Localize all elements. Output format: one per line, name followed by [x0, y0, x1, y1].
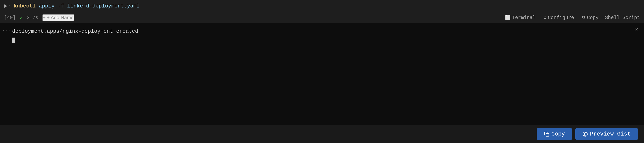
copy-label-bottom: Copy [551, 131, 565, 137]
preview-gist-label: Preview Gist [590, 131, 631, 137]
cursor-block [12, 38, 15, 43]
output-area: ... deployment.apps/nginx-deployment cre… [0, 23, 644, 125]
output-line-2 [12, 36, 638, 44]
file-argument: linkerd-deployment.yaml [67, 3, 140, 9]
copy-icon-top: ⧉ [582, 15, 586, 20]
copy-icon-bottom [544, 132, 549, 137]
terminal-icon: ⬜ [505, 15, 510, 20]
preview-gist-button[interactable]: Preview Gist [575, 128, 638, 140]
configure-label: Configure [548, 15, 574, 20]
copy-button-bottom[interactable]: Copy [537, 128, 572, 140]
status-bar: [40] ✓ 2.7s + + Add Name ⬜ Terminal ⚙ Co… [0, 12, 644, 23]
close-button[interactable]: × [633, 26, 640, 33]
kubectl-keyword: kubectl [14, 3, 36, 9]
bottom-bar: Copy Preview Gist [0, 125, 644, 143]
plus-icon: + [43, 15, 46, 20]
terminal-label: Terminal [512, 15, 535, 20]
check-icon: ✓ [20, 15, 22, 20]
add-name-label: + Add Name [47, 15, 74, 20]
top-command-bar: ▾ kubectl apply -f linkerd-deployment.ya… [0, 0, 644, 12]
command-display: kubectl apply -f linkerd-deployment.yaml [14, 3, 140, 9]
output-content: deployment.apps/nginx-deployment created [12, 27, 638, 44]
apply-keyword: apply [39, 3, 54, 9]
run-triangle-icon [4, 4, 7, 8]
terminal-button[interactable]: ⬜ Terminal [504, 14, 537, 21]
add-name-button[interactable]: + + Add Name [42, 14, 74, 21]
gear-icon: ⚙ [544, 15, 546, 20]
copy-label-top: Copy [587, 15, 599, 20]
three-dots-icon: ... [2, 27, 11, 32]
svg-rect-0 [546, 133, 549, 136]
output-line-1: deployment.apps/nginx-deployment created [12, 27, 638, 36]
configure-button[interactable]: ⚙ Configure [542, 14, 576, 21]
run-button[interactable]: ▾ [4, 4, 10, 8]
preview-gist-icon [582, 132, 588, 137]
copy-button-top[interactable]: ⧉ Copy [580, 14, 600, 21]
right-actions: ⬜ Terminal ⚙ Configure ⧉ Copy Shell Scri… [504, 14, 640, 21]
duration-display: 2.7s [27, 15, 38, 20]
step-number: [40] [4, 15, 16, 20]
chevron-down-icon: ▾ [8, 4, 10, 8]
flag-keyword: -f [58, 3, 64, 9]
shell-script-label: Shell Script [605, 15, 640, 20]
